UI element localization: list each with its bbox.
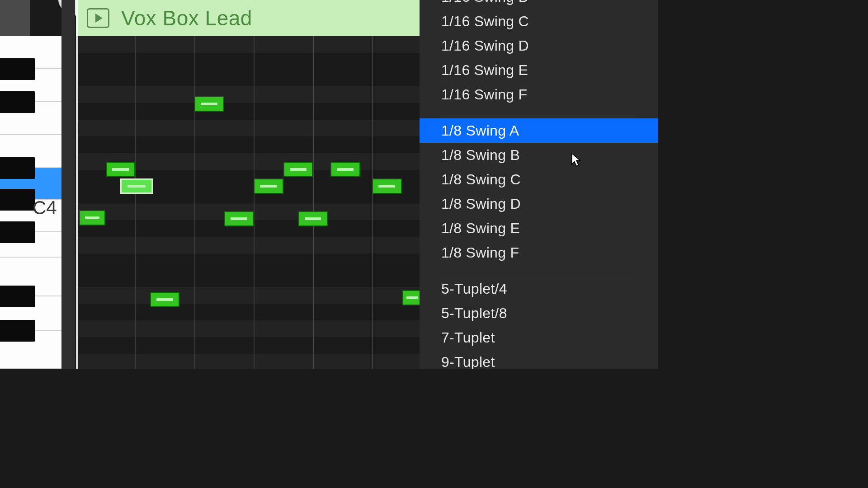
- grid-row: [76, 320, 420, 337]
- menu-separator: [441, 116, 637, 116]
- black-key[interactable]: [0, 91, 35, 113]
- note-velocity-bar: [85, 216, 100, 219]
- region-header[interactable]: Vox Box Lead: [76, 0, 420, 36]
- menu-item[interactable]: 1/8 Swing D: [420, 192, 658, 216]
- midi-note[interactable]: [330, 162, 360, 177]
- grid-row: [76, 270, 420, 287]
- menu-separator: [441, 274, 637, 274]
- grid-row: [76, 287, 420, 304]
- menu-item[interactable]: 1/16 Swing E: [420, 58, 658, 82]
- grid-row: [76, 136, 420, 153]
- midi-note[interactable]: [254, 178, 283, 194]
- menu-item[interactable]: 1/8 Swing B: [420, 143, 658, 167]
- midi-note[interactable]: [372, 178, 402, 194]
- note-velocity-bar: [378, 185, 395, 188]
- black-key[interactable]: [0, 221, 35, 243]
- grid-row: [76, 86, 420, 103]
- menu-item[interactable]: 5-Tuplet/8: [420, 301, 658, 325]
- grid-row: [76, 237, 420, 253]
- note-velocity-bar: [337, 168, 354, 171]
- black-key[interactable]: [0, 189, 35, 211]
- octave-label: C4: [33, 197, 57, 219]
- black-key[interactable]: [0, 58, 35, 80]
- play-region-button[interactable]: [87, 8, 109, 28]
- grid-row: [76, 120, 420, 136]
- grid-row: [76, 36, 420, 53]
- midi-note[interactable]: [120, 178, 153, 194]
- note-velocity-bar: [305, 217, 321, 220]
- note-velocity-bar: [231, 217, 247, 220]
- menu-item[interactable]: 5-Tuplet/4: [420, 277, 658, 301]
- side-gutter: [0, 0, 30, 36]
- grid-row: [76, 304, 420, 320]
- menu-item[interactable]: 1/16 Swing D: [420, 33, 658, 58]
- menu-item[interactable]: 1/8 Swing C: [420, 167, 658, 192]
- midi-note[interactable]: [283, 162, 313, 177]
- midi-note[interactable]: [106, 162, 136, 177]
- midi-note[interactable]: [150, 292, 180, 307]
- note-velocity-bar: [406, 296, 418, 299]
- menu-item[interactable]: 1/8 Swing A: [420, 118, 658, 143]
- note-velocity-bar: [260, 185, 277, 188]
- grid-line: [194, 36, 195, 369]
- grid-line: [254, 36, 255, 369]
- midi-note[interactable]: [224, 211, 254, 226]
- note-velocity-bar: [156, 298, 173, 301]
- grid-row: [76, 253, 420, 270]
- menu-item[interactable]: 7-Tuplet: [420, 325, 658, 350]
- menu-item[interactable]: 1/16 Swing F: [420, 82, 658, 107]
- ruler-strip[interactable]: [61, 0, 75, 369]
- menu-item[interactable]: 1/8 Swing E: [420, 216, 658, 240]
- midi-note[interactable]: [298, 211, 328, 226]
- midi-note[interactable]: [79, 210, 106, 225]
- piano-keyboard[interactable]: C4: [0, 36, 61, 369]
- menu-item[interactable]: 9-Tuplet: [420, 350, 658, 369]
- playhead[interactable]: [76, 0, 78, 369]
- grid-row: [76, 103, 420, 120]
- note-velocity-bar: [290, 168, 307, 171]
- grid-line: [313, 36, 314, 369]
- menu-item[interactable]: 1/8 Swing F: [420, 240, 658, 265]
- black-key[interactable]: [0, 286, 35, 307]
- note-velocity-bar: [127, 185, 146, 188]
- grid-row: [76, 337, 420, 354]
- note-velocity-bar: [201, 103, 217, 105]
- note-velocity-bar: [112, 168, 129, 171]
- black-key[interactable]: [0, 320, 35, 342]
- menu-item[interactable]: 1/16 Swing B: [420, 0, 658, 9]
- black-key[interactable]: [0, 157, 35, 179]
- grid-row: [76, 354, 420, 369]
- piano-roll-grid[interactable]: [76, 36, 420, 369]
- play-icon: [95, 14, 103, 23]
- grid-line: [135, 36, 136, 369]
- quantize-menu[interactable]: 1/16 Swing B1/16 Swing C1/16 Swing D1/16…: [420, 0, 658, 369]
- grid-line: [372, 36, 373, 369]
- app-root: Vox Box Lead C4 1/16 Swing B1/16 Swing C…: [0, 0, 658, 369]
- region-title: Vox Box Lead: [121, 6, 252, 30]
- midi-note[interactable]: [194, 96, 224, 112]
- menu-item[interactable]: 1/16 Swing C: [420, 9, 658, 33]
- grid-row: [76, 70, 420, 86]
- grid-row: [76, 53, 420, 70]
